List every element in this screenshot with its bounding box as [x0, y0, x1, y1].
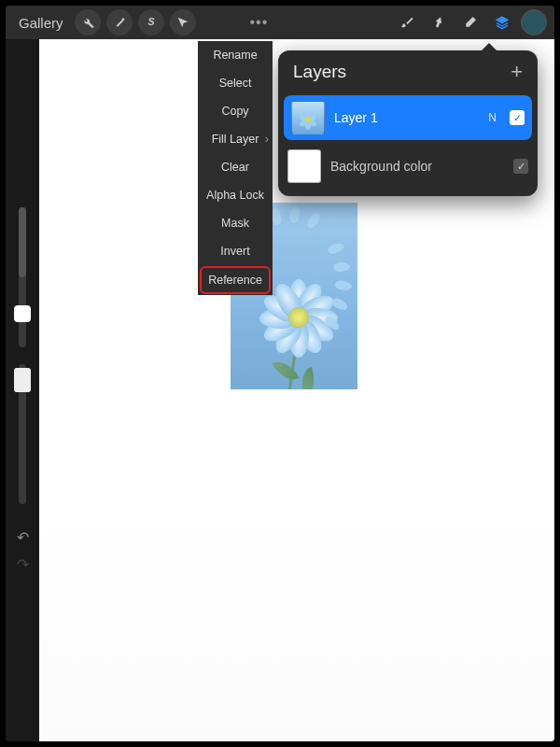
- svg-text:S: S: [147, 16, 154, 27]
- slider-handle[interactable]: [14, 368, 31, 392]
- layer-blend-mode[interactable]: N: [488, 111, 497, 124]
- layers-panel: Layers + Layer 1 N ✓ Background color ✓: [278, 50, 538, 196]
- wand-icon: [112, 15, 127, 30]
- layer-thumbnail: [291, 101, 325, 134]
- left-sidebar: ↶ ↷: [6, 39, 39, 741]
- s-icon: S: [144, 15, 159, 30]
- layer-visible-checkbox[interactable]: ✓: [513, 159, 528, 174]
- redo-button[interactable]: ↷: [17, 556, 29, 573]
- menu-invert[interactable]: Invert: [198, 237, 273, 265]
- layer-row[interactable]: Background color ✓: [278, 144, 538, 189]
- eraser-button[interactable]: [457, 9, 483, 35]
- slider-handle[interactable]: [14, 305, 31, 322]
- eraser-icon: [463, 15, 478, 30]
- menu-select[interactable]: Select: [198, 69, 273, 97]
- smudge-button[interactable]: [426, 9, 452, 35]
- menu-copy[interactable]: Copy: [198, 97, 273, 125]
- layers-button[interactable]: [489, 9, 515, 35]
- layers-panel-title: Layers: [293, 62, 346, 82]
- menu-mask[interactable]: Mask: [198, 209, 273, 237]
- adjustments-button[interactable]: [106, 9, 133, 35]
- smudge-icon: [431, 15, 446, 30]
- selection-button[interactable]: S: [138, 9, 164, 35]
- wrench-icon: [80, 15, 95, 30]
- layer-name: Layer 1: [334, 110, 479, 125]
- brush-size-slider[interactable]: [19, 207, 26, 347]
- opacity-slider[interactable]: [19, 364, 26, 504]
- color-picker[interactable]: [521, 9, 547, 35]
- menu-reference[interactable]: Reference: [200, 266, 271, 294]
- layer-row[interactable]: Layer 1 N ✓: [284, 95, 532, 140]
- layer-visible-checkbox[interactable]: ✓: [510, 110, 525, 125]
- menu-fill-layer[interactable]: Fill Layer: [198, 125, 273, 153]
- actions-button[interactable]: [75, 9, 101, 35]
- layer-context-menu: Rename Select Copy Fill Layer Clear Alph…: [198, 41, 273, 295]
- top-toolbar: Gallery S •••: [6, 6, 554, 39]
- layer-thumbnail: [287, 149, 321, 183]
- gallery-button[interactable]: Gallery: [13, 15, 69, 31]
- menu-rename[interactable]: Rename: [198, 41, 273, 69]
- brush-button[interactable]: [394, 9, 420, 35]
- more-button[interactable]: •••: [245, 14, 274, 31]
- arrow-icon: [175, 15, 190, 30]
- undo-button[interactable]: ↶: [17, 529, 29, 546]
- transform-button[interactable]: [170, 9, 196, 35]
- menu-alpha-lock[interactable]: Alpha Lock: [198, 181, 273, 209]
- layer-name: Background color: [330, 159, 504, 174]
- brush-icon: [399, 15, 414, 30]
- add-layer-button[interactable]: +: [511, 62, 523, 82]
- layers-icon: [495, 15, 510, 30]
- menu-clear[interactable]: Clear: [198, 153, 273, 181]
